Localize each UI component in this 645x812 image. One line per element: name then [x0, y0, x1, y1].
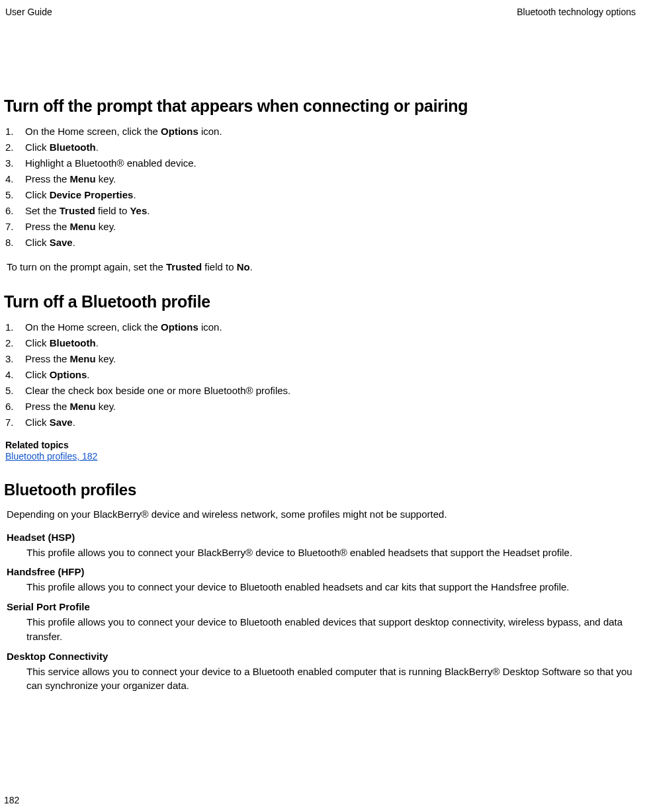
step-item: 5.Click Device Properties. [5, 187, 636, 203]
step-number: 4. [5, 367, 25, 383]
header-left: User Guide [5, 7, 52, 17]
step-item: 4.Click Options. [5, 367, 636, 383]
profile-term: Headset (HSP) [4, 532, 636, 543]
profile-term: Handsfree (HFP) [4, 566, 636, 577]
section2-steps: 1.On the Home screen, click the Options … [4, 319, 636, 430]
step-item: 6.Press the Menu key. [5, 399, 636, 415]
step-text: Highlight a Bluetooth® enabled device. [25, 155, 196, 171]
step-item: 4.Press the Menu key. [5, 171, 636, 187]
section2-title: Turn off a Bluetooth profile [4, 292, 636, 311]
step-number: 7. [5, 415, 25, 430]
page-number: 182 [4, 795, 19, 805]
section3-intro: Depending on your BlackBerry® device and… [4, 508, 636, 520]
step-number: 5. [5, 383, 25, 399]
step-item: 1.On the Home screen, click the Options … [5, 124, 636, 140]
step-item: 3.Press the Menu key. [5, 351, 636, 367]
step-text: Click Bluetooth. [25, 335, 99, 351]
step-number: 7. [5, 219, 25, 235]
section1-after: To turn on the prompt again, set the Tru… [4, 260, 636, 275]
profile-description: This profile allows you to connect your … [4, 546, 636, 560]
step-number: 3. [5, 351, 25, 367]
step-number: 4. [5, 171, 25, 187]
page-footer: 182 [4, 795, 19, 805]
step-text: Press the Menu key. [25, 351, 116, 367]
step-text: Click Save. [25, 415, 75, 430]
step-text: Press the Menu key. [25, 219, 116, 235]
step-item: 1.On the Home screen, click the Options … [5, 319, 636, 335]
header-right: Bluetooth technology options [517, 7, 636, 17]
page-content: Turn off the prompt that appears when co… [4, 17, 636, 693]
page-header: User Guide Bluetooth technology options [4, 7, 636, 17]
step-text: On the Home screen, click the Options ic… [25, 124, 222, 140]
step-text: Click Save. [25, 235, 75, 251]
step-text: Click Bluetooth. [25, 140, 99, 155]
step-item: 7.Press the Menu key. [5, 219, 636, 235]
profile-description: This service allows you to connect your … [4, 665, 636, 694]
step-item: 3.Highlight a Bluetooth® enabled device. [5, 155, 636, 171]
step-number: 2. [5, 335, 25, 351]
step-item: 8.Click Save. [5, 235, 636, 251]
profile-term: Desktop Connectivity [4, 651, 636, 662]
step-item: 2.Click Bluetooth. [5, 335, 636, 351]
step-text: Press the Menu key. [25, 399, 116, 415]
step-text: Click Device Properties. [25, 187, 136, 203]
step-number: 6. [5, 203, 25, 219]
section3-items: Headset (HSP)This profile allows you to … [4, 532, 636, 694]
step-number: 5. [5, 187, 25, 203]
section1-steps: 1.On the Home screen, click the Options … [4, 124, 636, 251]
step-number: 8. [5, 235, 25, 251]
step-item: 6.Set the Trusted field to Yes. [5, 203, 636, 219]
profile-description: This profile allows you to connect your … [4, 580, 636, 594]
step-number: 2. [5, 140, 25, 155]
step-text: Click Options. [25, 367, 90, 383]
step-text: On the Home screen, click the Options ic… [25, 319, 222, 335]
step-item: 5.Clear the check box beside one or more… [5, 383, 636, 399]
step-number: 1. [5, 319, 25, 335]
step-text: Set the Trusted field to Yes. [25, 203, 150, 219]
section3-title: Bluetooth profiles [4, 481, 636, 499]
profile-term: Serial Port Profile [4, 601, 636, 612]
step-text: Press the Menu key. [25, 171, 116, 187]
related-topics-link[interactable]: Bluetooth profiles, 182 [4, 451, 97, 462]
step-number: 3. [5, 155, 25, 171]
section1-title: Turn off the prompt that appears when co… [4, 97, 636, 116]
step-item: 7.Click Save. [5, 415, 636, 430]
related-topics-heading: Related topics [4, 440, 636, 450]
step-number: 1. [5, 124, 25, 140]
step-number: 6. [5, 399, 25, 415]
profile-description: This profile allows you to connect your … [4, 615, 636, 644]
step-text: Clear the check box beside one or more B… [25, 383, 290, 399]
step-item: 2.Click Bluetooth. [5, 140, 636, 155]
page: User Guide Bluetooth technology options … [0, 0, 645, 812]
